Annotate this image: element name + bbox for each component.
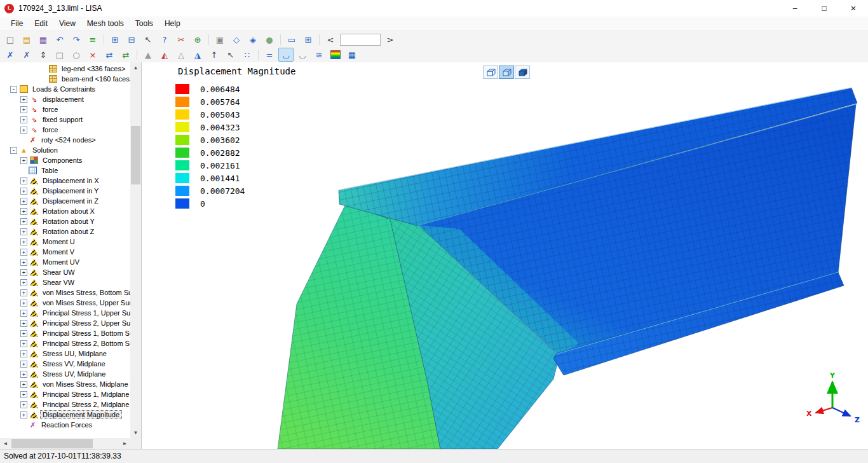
viewport-single-button[interactable]: ▭ [284,32,299,46]
expand-icon[interactable]: + [20,96,27,103]
tree-item-loads-constraints[interactable]: -Loads & Constraints [0,84,130,94]
loop-select-button[interactable]: ○ [69,48,84,62]
open-folder-button[interactable]: ▤ [19,32,34,46]
expand-icon[interactable]: + [20,361,27,368]
tree-item-leg-end-336-faces[interactable]: leg-end <336 faces> [0,64,130,74]
contour-colors-button[interactable] [328,48,343,62]
menu-edit[interactable]: Edit [29,18,53,29]
expand-icon[interactable]: + [20,106,27,113]
tree-item-fixed-support[interactable]: +fixed support [0,114,130,125]
expand-icon[interactable]: + [20,289,27,296]
close-button[interactable]: × [839,0,868,17]
mirror-mesh-button[interactable]: ⇄ [102,48,117,62]
expand-icon[interactable]: + [20,401,27,408]
node-tool-button[interactable]: ✗ [3,48,18,62]
scroll-up-icon[interactable]: ▲ [130,62,141,73]
expand-icon[interactable]: + [20,188,27,195]
tree-item-reaction-forces[interactable]: Reaction Forces [0,420,130,430]
view-iso-button[interactable]: ◈ [245,32,261,46]
tree-item-roty-524-nodes[interactable]: roty <524 nodes> [0,135,130,145]
mesh-menu-button[interactable]: ≡ [85,32,100,46]
minimize-button[interactable]: – [780,0,810,17]
expand-icon[interactable]: + [20,157,27,164]
extrude-button[interactable]: ↑ [207,48,222,62]
menu-help[interactable]: Help [159,18,186,29]
expand-icon[interactable]: + [20,208,27,215]
expand-icon[interactable]: + [20,238,27,245]
pick-button[interactable]: ↖ [223,48,238,62]
expand-icon[interactable]: + [20,116,27,123]
expand-icon[interactable]: + [20,177,27,184]
save-button[interactable]: ▦ [36,32,51,46]
scroll-left-icon[interactable]: ◄ [0,438,11,449]
expand-icon[interactable]: + [20,350,27,357]
paste-model-button[interactable]: ⊟ [124,32,139,46]
horizontal-scroll-thumb[interactable] [11,439,93,448]
tree-item-principal-stress-2-midplane[interactable]: +Principal Stress 2, Midplane [0,399,130,410]
tree-item-displacement-in-x[interactable]: +Displacement in X [0,176,130,186]
expand-icon[interactable]: + [20,198,27,205]
expand-icon[interactable]: + [20,218,27,225]
menu-mesh-tools[interactable]: Mesh tools [81,18,130,29]
tree-item-von-mises-stress-bottom-sur[interactable]: +von Mises Stress, Bottom Sur [0,287,130,298]
expand-icon[interactable]: + [20,381,27,388]
refine-coarse-button[interactable]: ▲ [140,48,156,62]
tree-item-force[interactable]: +force [0,125,130,135]
tree-item-displacement-in-y[interactable]: +Displacement in Y [0,186,130,196]
tree-item-von-mises-stress-midplane[interactable]: +von Mises Stress, Midplane [0,379,130,389]
tree-item-rotation-about-x[interactable]: +Rotation about X [0,206,130,216]
expand-icon[interactable]: + [20,300,27,307]
tree-item-displacement-in-z[interactable]: +Displacement in Z [0,196,130,206]
zoom-in-button[interactable]: ⊕ [190,32,205,46]
tree-item-rotation-about-z[interactable]: +Rotation about Z [0,226,130,237]
tree-item-stress-vv-midplane[interactable]: +Stress VV, Midplane [0,359,130,369]
tree-item-principal-stress-2-bottom-su[interactable]: +Principal Stress 2, Bottom Su [0,338,130,349]
viewport-split-button[interactable]: ⊞ [301,32,316,46]
scroll-down-icon[interactable]: ▼ [130,427,141,438]
undo-button[interactable]: ↶ [52,32,67,46]
wireframe-toggle-button[interactable]: = [262,48,277,62]
tree-item-beam-end-160-faces[interactable]: beam-end <160 faces> [0,74,130,84]
workplane-button[interactable]: ● [262,32,277,46]
query-button[interactable]: ? [157,32,172,46]
tree-item-von-mises-stress-upper-surf[interactable]: +von Mises Stress, Upper Surf [0,298,130,308]
print-button[interactable]: ▣ [212,32,227,46]
expand-icon[interactable]: + [20,279,27,286]
step-selector[interactable] [340,34,381,46]
menu-file[interactable]: File [5,18,29,29]
result-table-button[interactable]: ▦ [344,48,360,62]
expand-icon[interactable]: + [20,340,27,347]
tree-item-rotation-about-y[interactable]: +Rotation about Y [0,216,130,226]
tree-item-principal-stress-2-upper-surf[interactable]: +Principal Stress 2, Upper Surf [0,318,130,328]
expand-icon[interactable]: + [20,310,27,317]
delete-button[interactable]: × [85,48,100,62]
tree-item-principal-stress-1-upper-surf[interactable]: +Principal Stress 1, Upper Surf [0,308,130,318]
tree-item-solution[interactable]: -Solution [0,145,130,155]
maximize-button[interactable]: □ [810,0,839,17]
tree-item-principal-stress-1-bottom-su[interactable]: +Principal Stress 1, Bottom Su [0,328,130,338]
tree-horizontal-scrollbar[interactable]: ◄ ► [0,438,130,449]
expand-icon[interactable]: + [20,371,27,378]
tree-item-moment-u[interactable]: +Moment U [0,237,130,247]
tree-item-force[interactable]: +force [0,104,130,114]
view-wireframe-button[interactable] [483,66,498,79]
viewport[interactable]: X Y Z Displacement Magnitude 0.0064840.0… [142,62,868,449]
next-step-button[interactable]: > [383,32,398,46]
map-mesh-button[interactable]: ⇄ [118,48,133,62]
shaded-toggle-button[interactable]: ◡ [278,48,294,62]
expand-icon[interactable]: + [20,411,27,418]
prev-step-button[interactable]: < [323,32,338,46]
tree-item-stress-uv-midplane[interactable]: +Stress UV, Midplane [0,369,130,379]
expand-icon[interactable]: + [20,259,27,266]
vertical-scroll-thumb[interactable] [131,126,140,184]
expand-icon[interactable]: + [20,391,27,398]
expand-icon[interactable]: + [20,320,27,327]
refine-local-button[interactable]: △ [173,48,189,62]
redo-button[interactable]: ↷ [69,32,84,46]
tree-item-shear-vw[interactable]: +Shear VW [0,277,130,287]
view-shaded-button[interactable] [499,66,514,79]
refine-edge-button[interactable]: ◭ [157,48,172,62]
expand-icon[interactable]: + [20,228,27,235]
tree-vertical-scrollbar[interactable]: ▲ ▼ [130,62,141,438]
tree-item-components[interactable]: +Components [0,155,130,165]
